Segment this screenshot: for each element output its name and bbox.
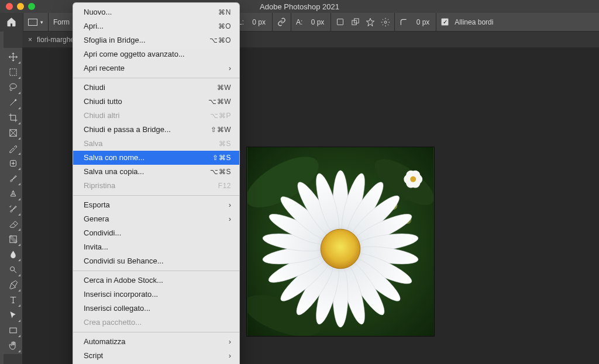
lasso-tool[interactable] bbox=[5, 79, 21, 95]
menu-item-nuovo[interactable]: Nuovo...⌘N bbox=[73, 5, 239, 19]
menu-item-salva: Salva⌘S bbox=[73, 137, 239, 151]
document-tab-name: fiori-marghe bbox=[37, 36, 74, 44]
marquee-tool[interactable] bbox=[5, 64, 21, 79]
tool-palette bbox=[4, 48, 22, 354]
menu-item-label: Apri come oggetto avanzato... bbox=[84, 49, 185, 60]
menu-item-salva-con-nome[interactable]: Salva con nome...⇧⌘S bbox=[73, 151, 239, 165]
menu-item-label: Salva con nome... bbox=[84, 152, 144, 163]
magic-wand-tool[interactable] bbox=[5, 95, 21, 110]
menu-item-label: Apri... bbox=[84, 21, 104, 32]
chevron-right-icon: › bbox=[229, 351, 231, 361]
menu-item-label: Esporta bbox=[84, 200, 110, 210]
close-window-button[interactable] bbox=[6, 3, 13, 10]
menu-item-condividi-su-behance[interactable]: Condividi su Behance... bbox=[73, 254, 239, 268]
shape-preset-dropdown[interactable]: ▾ bbox=[23, 13, 49, 31]
corner-radius-icon bbox=[400, 18, 408, 26]
menu-separator bbox=[73, 195, 239, 196]
form-mode-dropdown[interactable]: Form bbox=[49, 13, 75, 31]
menu-item-automatizza[interactable]: Automatizza› bbox=[73, 335, 239, 349]
menu-item-shortcut: ⌥⌘S bbox=[210, 167, 231, 177]
menu-item-shortcut: ⌥⌘W bbox=[208, 96, 231, 107]
eyedropper-tool[interactable] bbox=[5, 140, 21, 155]
history-brush-tool[interactable] bbox=[5, 201, 21, 216]
menu-item-shortcut: ⇧⌘S bbox=[212, 152, 231, 163]
menu-item-shortcut: ⌘W bbox=[217, 82, 231, 93]
menu-item-label: Genera bbox=[84, 214, 109, 224]
menu-item-label: Crea pacchetto... bbox=[84, 317, 142, 328]
pen-tool[interactable] bbox=[5, 277, 21, 292]
path-arrange-button[interactable] bbox=[348, 15, 362, 29]
menu-item-label: Chiudi altri bbox=[84, 110, 119, 121]
height-field[interactable]: A: 0 px bbox=[291, 13, 331, 31]
svg-rect-0 bbox=[337, 19, 343, 25]
menu-item-genera[interactable]: Genera› bbox=[73, 212, 239, 226]
menu-item-shortcut: ⌘S bbox=[219, 138, 231, 149]
path-align-button[interactable] bbox=[333, 15, 347, 29]
svg-point-4 bbox=[384, 21, 387, 23]
document-image[interactable] bbox=[246, 147, 435, 337]
chevron-right-icon: › bbox=[229, 200, 231, 210]
hand-tool[interactable] bbox=[5, 338, 21, 353]
minimize-window-button[interactable] bbox=[17, 3, 24, 10]
menu-item-invita[interactable]: Invita... bbox=[73, 240, 239, 254]
link-dimensions-button[interactable] bbox=[273, 13, 291, 31]
menu-item-inserisci-collegato[interactable]: Inserisci collegato... bbox=[73, 301, 239, 316]
align-edges-label: Allinea bordi bbox=[455, 18, 493, 26]
rectangle-shape-tool[interactable] bbox=[5, 323, 21, 338]
menu-item-label: Invita... bbox=[84, 242, 108, 252]
dodge-tool[interactable] bbox=[5, 262, 21, 277]
frame-tool[interactable] bbox=[5, 125, 21, 140]
move-tool[interactable] bbox=[5, 49, 21, 64]
close-tab-button[interactable]: × bbox=[28, 36, 32, 44]
document-tab[interactable]: × fiori-marghe bbox=[22, 32, 80, 47]
menu-item-cerca-in-adobe-stock[interactable]: Cerca in Adobe Stock... bbox=[73, 273, 239, 287]
eraser-tool[interactable] bbox=[5, 216, 21, 231]
maximize-window-button[interactable] bbox=[28, 3, 35, 10]
rectangle-icon bbox=[28, 19, 37, 26]
menu-item-esporta[interactable]: Esporta› bbox=[73, 198, 239, 212]
window-controls bbox=[6, 3, 35, 10]
menu-item-chiudi-e-passa-a-bridge[interactable]: Chiudi e passa a Bridge...⇧⌘W bbox=[73, 123, 239, 137]
checkbox-icon: ✓ bbox=[441, 18, 449, 26]
menu-item-shortcut: F12 bbox=[218, 181, 231, 191]
menu-item-apri-recente[interactable]: Apri recente› bbox=[73, 61, 239, 75]
menu-item-sfoglia-in-bridge[interactable]: Sfoglia in Bridge...⌥⌘O bbox=[73, 33, 239, 47]
menu-item-salva-una-copia[interactable]: Salva una copia...⌥⌘S bbox=[73, 165, 239, 179]
clone-stamp-tool[interactable] bbox=[5, 186, 21, 201]
menu-item-apri-come-oggetto-avanzato[interactable]: Apri come oggetto avanzato... bbox=[73, 47, 239, 61]
crop-tool[interactable] bbox=[5, 110, 21, 125]
menu-item-label: Script bbox=[84, 351, 103, 361]
healing-brush-tool[interactable] bbox=[5, 155, 21, 171]
menu-separator bbox=[73, 78, 239, 78]
chevron-right-icon: › bbox=[229, 214, 231, 224]
align-edges-checkbox[interactable]: ✓ Allinea bordi bbox=[436, 13, 498, 31]
menu-item-script[interactable]: Script› bbox=[73, 349, 239, 363]
menu-item-label: Salva bbox=[84, 138, 103, 149]
daisy-illustration bbox=[247, 147, 434, 336]
file-menu-dropdown: Nuovo...⌘NApri...⌘OSfoglia in Bridge...⌥… bbox=[73, 2, 240, 364]
path-options-button[interactable] bbox=[363, 15, 377, 29]
menu-item-chiudi-tutto[interactable]: Chiudi tutto⌥⌘W bbox=[73, 95, 239, 109]
path-selection-tool[interactable] bbox=[5, 307, 21, 323]
menu-item-chiudi-altri: Chiudi altri⌥⌘P bbox=[73, 109, 239, 123]
menu-item-inserisci-incorporato[interactable]: Inserisci incorporato... bbox=[73, 287, 239, 301]
menu-item-apri[interactable]: Apri...⌘O bbox=[73, 19, 239, 33]
menu-item-label: Condividi... bbox=[84, 228, 121, 238]
menu-item-label: Chiudi tutto bbox=[84, 96, 122, 107]
menu-item-label: Nuovo... bbox=[84, 7, 112, 18]
blur-tool[interactable] bbox=[5, 247, 21, 262]
brush-tool[interactable] bbox=[5, 171, 21, 186]
menu-item-chiudi[interactable]: Chiudi⌘W bbox=[73, 81, 239, 95]
gradient-tool[interactable] bbox=[5, 231, 21, 247]
menu-item-shortcut: ⌥⌘O bbox=[209, 35, 231, 46]
corner-radius-value: 0 px bbox=[410, 18, 431, 26]
type-tool[interactable] bbox=[5, 292, 21, 307]
corner-radius-field[interactable]: 0 px bbox=[395, 13, 436, 31]
menu-item-condividi[interactable]: Condividi... bbox=[73, 226, 239, 240]
width-value: 0 px bbox=[246, 18, 267, 26]
home-button[interactable] bbox=[0, 13, 23, 32]
gear-button[interactable] bbox=[378, 15, 393, 29]
chevron-right-icon: › bbox=[229, 63, 231, 74]
height-label: A: bbox=[296, 18, 302, 26]
menu-separator bbox=[73, 332, 239, 332]
